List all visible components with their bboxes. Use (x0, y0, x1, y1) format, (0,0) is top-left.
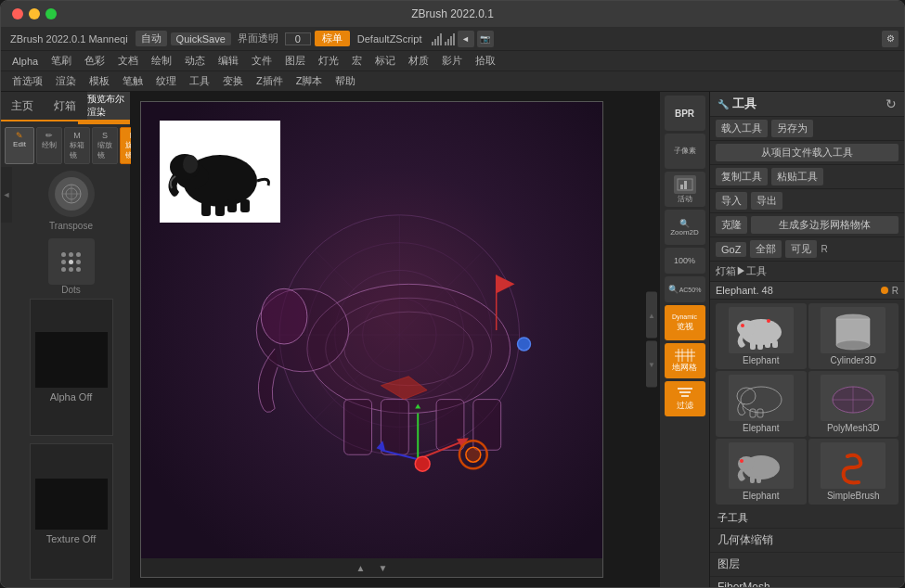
paste-tool-button[interactable]: 粘贴工具 (771, 168, 823, 185)
alpha-off-label: Alpha Off (50, 391, 93, 403)
import-button[interactable]: 导入 (716, 192, 747, 210)
left-arrow-btn[interactable]: ◄ (1, 167, 12, 223)
menu-marker[interactable]: 标记 (369, 52, 401, 70)
project-name: ZBrush 2022.0.1 Manneqi (6, 32, 132, 46)
tool-icon[interactable]: 🔧 (718, 99, 729, 109)
maximize-button[interactable] (45, 8, 57, 19)
texture-off-panel[interactable]: Texture Off (30, 443, 113, 581)
float-arrow-up[interactable]: ▲ (646, 292, 657, 339)
visible-button[interactable]: 可见 (785, 240, 817, 258)
zoom2d-button[interactable]: 🔍 Zoom2D (665, 210, 705, 245)
subtool-pixel-button[interactable]: 子像素 (665, 134, 705, 169)
menu-pick[interactable]: 拾取 (470, 52, 501, 70)
right-panel: 🔧 工具 ↻ 载入工具 另存为 从项目文件载入工具 复制工具 粘贴工具 (709, 92, 904, 587)
sub-zscript[interactable]: Z脚本 (291, 72, 329, 90)
refresh-icon[interactable]: ↻ (886, 96, 897, 111)
menu-material[interactable]: 材质 (403, 52, 434, 70)
alpha-off-panel[interactable]: Alpha Off (30, 299, 113, 436)
default-script[interactable]: DefaultZScript (354, 32, 426, 46)
right-side-toolbar: BPR 子像素 活动 🔍 Zoom2D 100% (659, 92, 709, 587)
sub-zplugin[interactable]: Z插件 (251, 72, 289, 90)
grid-button[interactable]: 地网格 (665, 343, 705, 378)
menu-brush[interactable]: 笔刷 (45, 52, 77, 70)
sub-help[interactable]: 帮助 (330, 72, 361, 90)
sub-template[interactable]: 模板 (84, 72, 115, 90)
float-arrow-down[interactable]: ▼ (646, 341, 657, 388)
grid-label: 地网格 (672, 362, 697, 374)
menu-alpha[interactable]: Alpha (6, 54, 44, 69)
sub-stroke[interactable]: 笔触 (117, 72, 149, 90)
menu-edit[interactable]: 编辑 (213, 52, 244, 70)
bpr-button[interactable]: BPR (665, 96, 705, 131)
load-tool-button[interactable]: 载入工具 (716, 120, 768, 137)
sub-render[interactable]: 渲染 (50, 72, 82, 90)
edit-tool-btn[interactable]: ✎ Edit (5, 127, 34, 164)
settings-icon[interactable]: ⚙ (882, 31, 899, 47)
tab-preview[interactable]: 预览布尔渲染 (87, 92, 130, 120)
tab-lightbox[interactable]: 灯箱 (44, 92, 86, 120)
sub-preferences[interactable]: 首选项 (6, 72, 48, 90)
close-button[interactable] (12, 8, 23, 19)
arrow-left-icon[interactable]: ◄ (458, 31, 474, 47)
filter-button[interactable]: 过滤 (665, 381, 705, 416)
transparent-input[interactable] (285, 32, 311, 45)
r-button[interactable]: R (821, 244, 827, 254)
tool-card-simplebrush[interactable]: SimpleBrush (808, 439, 899, 505)
geometric-collapse[interactable]: 几何体缩销 (710, 529, 904, 553)
menu-file[interactable]: 文件 (246, 52, 278, 70)
nav-down-icon[interactable]: ▼ (375, 563, 392, 573)
load-from-project-button[interactable]: 从项目文件载入工具 (716, 144, 899, 161)
menu-draw[interactable]: 绘制 (146, 52, 177, 70)
generate-mesh-button[interactable]: 生成多边形网格物体 (751, 216, 899, 234)
all-button[interactable]: 全部 (750, 240, 782, 258)
zoom50-button[interactable]: 🔍 AC50% (665, 276, 705, 302)
dots-brush-icon[interactable] (48, 238, 95, 285)
goz-button[interactable]: GoZ (716, 242, 746, 257)
menu-macro[interactable]: 宏 (346, 52, 368, 70)
menu-color[interactable]: 色彩 (79, 52, 110, 70)
menu-light[interactable]: 灯光 (313, 52, 344, 70)
nav-up-icon[interactable]: ▲ (353, 563, 369, 573)
menu-layers[interactable]: 图层 (279, 52, 311, 70)
m-tool-btn[interactable]: M 标箱镜 (64, 127, 90, 164)
tool-card-elephant-3d[interactable]: Elephant (716, 303, 807, 369)
activity-button[interactable]: 活动 (665, 172, 705, 207)
main-content: 主页 灯箱 预览布尔渲染 ✎ Edit ✏ (1, 92, 904, 587)
camera-icon[interactable]: 📷 (477, 31, 494, 47)
sub-bar: 首选项 渲染 模板 笔触 纹理 工具 变换 Z插件 Z脚本 帮助 (1, 71, 904, 92)
menu-document[interactable]: 文档 (112, 52, 144, 70)
quicksave-button[interactable]: QuickSave (171, 32, 231, 45)
copy-tool-button[interactable]: 复制工具 (716, 168, 768, 185)
menu-animate[interactable]: 动态 (179, 52, 211, 70)
simplebrush-preview (821, 442, 886, 489)
canvas-area[interactable]: ▲ ▼ ▲ ▼ (131, 92, 659, 587)
tool-card-polymesh[interactable]: PolyMesh3D (808, 371, 899, 437)
subtool-section[interactable]: 子工具 (710, 508, 904, 529)
transpose-icon[interactable] (48, 171, 95, 217)
canvas-inner: ▲ ▼ (140, 101, 603, 578)
zoom50-label: AC50% (679, 287, 702, 293)
menu-movie[interactable]: 影片 (436, 52, 468, 70)
tool-card-elephant-mesh[interactable]: Elephant (716, 371, 807, 437)
fibermesh-item[interactable]: FiberMesh (710, 577, 904, 587)
clone-button[interactable]: 克隆 (716, 216, 747, 234)
save-as-button[interactable]: 另存为 (771, 120, 813, 137)
tab-home[interactable]: 主页 (1, 92, 44, 120)
elephant-small-label: Elephant (743, 491, 779, 501)
sub-texture[interactable]: 纹理 (150, 72, 182, 90)
layers-item[interactable]: 图层 (710, 553, 904, 577)
tool-card-cylinder[interactable]: Cylinder3D (808, 303, 899, 369)
auto-button[interactable]: 自动 (136, 31, 167, 46)
sub-transform[interactable]: 变换 (217, 72, 249, 90)
tool-card-elephant-small[interactable]: Elephant (716, 439, 807, 505)
lightbox-row: 灯箱▶工具 (710, 262, 904, 282)
s-tool-btn[interactable]: S 缩放镜 (92, 127, 118, 164)
draw-tool-btn[interactable]: ✏ 经制 (36, 127, 62, 164)
script-label[interactable]: 棕单 (315, 31, 350, 46)
zoom100-button[interactable]: 100% (665, 248, 705, 274)
minimize-button[interactable] (29, 8, 40, 19)
filter-icon (677, 387, 693, 400)
export-button[interactable]: 导出 (751, 192, 782, 210)
dynamic-button[interactable]: Dynamic 览视 (665, 305, 705, 340)
sub-tool[interactable]: 工具 (184, 72, 215, 90)
